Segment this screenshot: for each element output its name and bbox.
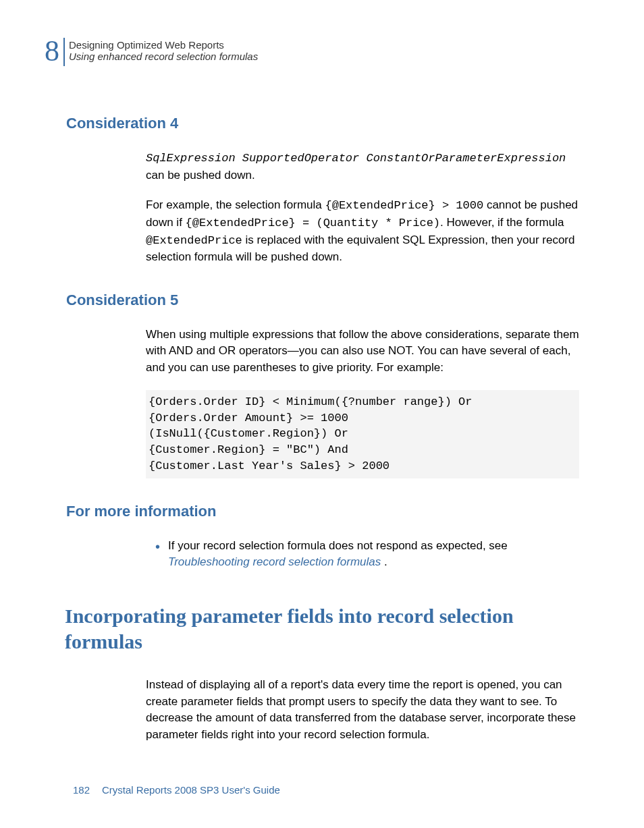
bullet-icon: • <box>155 538 160 571</box>
heading-incorporating-parameter-fields: Incorporating parameter fields into reco… <box>65 603 572 654</box>
c4-paragraph-2: For example, the selection formula {@Ext… <box>146 197 579 266</box>
bullet-text-a: If your record selection formula does no… <box>168 539 508 552</box>
consideration-4-body: SqlExpression SupportedOperator Constant… <box>146 150 579 266</box>
header-chapter-title: Designing Optimized Web Reports <box>69 39 258 51</box>
main-paragraph: Instead of displaying all of a report's … <box>146 677 579 744</box>
c4-p2-a: For example, the selection formula <box>146 198 325 211</box>
header-divider <box>63 38 65 66</box>
header-text: Designing Optimized Web Reports Using en… <box>69 38 258 62</box>
c4-expression-italic: SqlExpression SupportedOperator Constant… <box>146 152 566 165</box>
heading-for-more-information: For more information <box>66 503 593 520</box>
c4-code-2: {@ExtendedPrice} = (Quantity * Price) <box>186 217 440 229</box>
heading-consideration-4: Consideration 4 <box>66 115 593 132</box>
c4-paragraph-1: SqlExpression SupportedOperator Constant… <box>146 150 579 184</box>
chapter-number: 8 <box>45 38 59 65</box>
more-info-bullet: • If your record selection formula does … <box>155 538 579 571</box>
c5-code-block: {Orders.Order ID} < Minimum({?number ran… <box>146 390 579 478</box>
header-section-title: Using enhanced record selection formulas <box>69 51 258 62</box>
c5-paragraph-1: When using multiple expressions that fol… <box>146 327 579 377</box>
page-footer: 182Crystal Reports 2008 SP3 User's Guide <box>73 784 280 796</box>
bullet-text: If your record selection formula does no… <box>168 538 579 571</box>
main-paragraph-block: Instead of displaying all of a report's … <box>146 677 579 744</box>
c4-code-1: {@ExtendedPrice} > 1000 <box>325 199 484 212</box>
page-number: 182 <box>73 784 90 796</box>
footer-doc-title: Crystal Reports 2008 SP3 User's Guide <box>102 784 280 796</box>
consideration-5-body: When using multiple expressions that fol… <box>146 327 579 478</box>
c4-p2-c: . However, if the formula <box>440 216 564 229</box>
c4-code-3: @ExtendedPrice <box>146 234 242 247</box>
link-troubleshooting[interactable]: Troubleshooting record selection formula… <box>168 555 381 568</box>
c4-expr-tail: can be pushed down. <box>146 169 255 182</box>
bullet-text-b: . <box>381 555 387 568</box>
page-header: 8 Designing Optimized Web Reports Using … <box>45 38 593 66</box>
heading-consideration-5: Consideration 5 <box>66 292 593 309</box>
